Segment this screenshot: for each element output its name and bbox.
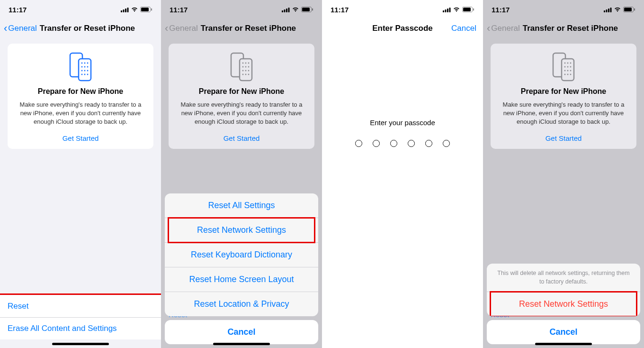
cancel-button[interactable]: Cancel xyxy=(487,320,640,344)
status-bar: 11:17 xyxy=(483,0,644,19)
svg-point-39 xyxy=(242,74,244,75)
svg-rect-48 xyxy=(473,9,474,11)
wifi-icon xyxy=(453,7,460,12)
get-started-button: Get Started xyxy=(497,134,630,142)
get-started-button[interactable]: Get Started xyxy=(14,134,147,142)
svg-point-64 xyxy=(564,70,566,72)
reset-home-screen-layout[interactable]: Reset Home Screen Layout xyxy=(165,267,318,292)
svg-rect-22 xyxy=(284,9,286,12)
svg-rect-26 xyxy=(302,8,310,11)
nav-bar: ‹ General Transfer or Reset iPhone xyxy=(161,19,322,38)
status-time: 11:17 xyxy=(492,6,510,14)
svg-point-9 xyxy=(81,63,83,64)
svg-point-33 xyxy=(242,66,244,68)
reset-location-privacy[interactable]: Reset Location & Privacy xyxy=(165,292,318,316)
svg-point-65 xyxy=(567,70,569,72)
svg-point-62 xyxy=(567,66,569,68)
svg-point-38 xyxy=(248,70,250,72)
card-description: Make sure everything's ready to transfer… xyxy=(14,101,147,127)
battery-icon xyxy=(623,7,635,12)
svg-rect-5 xyxy=(141,8,149,11)
reset-keyboard-dictionary[interactable]: Reset Keyboard Dictionary xyxy=(165,243,318,267)
battery-icon xyxy=(140,7,152,12)
erase-all-row[interactable]: Erase All Content and Settings xyxy=(0,318,161,339)
confirm-group: This will delete all network settings, r… xyxy=(487,264,640,316)
screen-2-reset-sheet: 11:17 ‹ General Transfer or Reset iPhone… xyxy=(161,0,322,348)
passcode-dot xyxy=(408,140,415,147)
svg-rect-29 xyxy=(240,59,252,81)
svg-rect-0 xyxy=(121,10,122,12)
status-indicators xyxy=(604,7,635,12)
svg-rect-57 xyxy=(562,59,574,81)
screen-1-transfer-reset: 11:17 ‹ General Transfer or Reset iPhone… xyxy=(0,0,161,348)
confirm-reset-network[interactable]: Reset Network Settings xyxy=(487,292,640,316)
home-indicator[interactable] xyxy=(213,343,270,345)
svg-rect-55 xyxy=(634,9,635,11)
svg-point-68 xyxy=(567,74,569,75)
wifi-icon xyxy=(131,7,138,12)
passcode-dot xyxy=(390,140,397,147)
status-time: 11:17 xyxy=(331,6,349,14)
cancel-button[interactable]: Cancel xyxy=(165,320,318,344)
reset-row[interactable]: Reset xyxy=(0,295,161,318)
svg-point-15 xyxy=(81,70,83,72)
svg-point-37 xyxy=(245,70,247,72)
svg-point-67 xyxy=(564,74,566,75)
card-title: Prepare for New iPhone xyxy=(14,87,147,96)
erase-label: Erase All Content and Settings xyxy=(8,324,117,333)
svg-point-13 xyxy=(84,66,86,68)
svg-point-17 xyxy=(87,70,89,72)
confirm-action-sheet: This will delete all network settings, r… xyxy=(487,264,640,344)
signal-icon xyxy=(443,7,451,12)
svg-point-40 xyxy=(245,74,247,75)
svg-rect-47 xyxy=(463,8,471,11)
svg-rect-54 xyxy=(624,8,632,11)
reset-all-settings[interactable]: Reset All Settings xyxy=(165,193,318,218)
svg-rect-24 xyxy=(288,8,290,12)
wifi-icon xyxy=(292,7,299,12)
confirm-description: This will delete all network settings, r… xyxy=(487,264,640,292)
nav-bar: Enter Passcode Cancel xyxy=(322,19,483,38)
reset-network-settings[interactable]: Reset Network Settings xyxy=(165,218,318,243)
back-label: General xyxy=(169,24,197,33)
nav-title: Transfer or Reset iPhone xyxy=(523,24,618,33)
wifi-icon xyxy=(614,7,621,12)
nav-title: Transfer or Reset iPhone xyxy=(40,24,135,33)
svg-point-58 xyxy=(564,63,566,64)
signal-icon xyxy=(604,7,612,12)
passcode-dot xyxy=(425,140,432,147)
svg-point-66 xyxy=(570,70,572,72)
passcode-dots xyxy=(322,140,483,147)
back-button[interactable]: ‹ General xyxy=(4,23,37,34)
home-indicator[interactable] xyxy=(52,343,109,345)
svg-rect-52 xyxy=(610,8,612,12)
svg-rect-8 xyxy=(79,59,91,81)
transfer-phones-icon xyxy=(14,52,147,82)
prepare-card-dimmed: Prepare for New iPhone Make sure everyth… xyxy=(169,44,314,149)
svg-point-36 xyxy=(242,70,244,72)
status-indicators xyxy=(282,7,313,12)
nav-bar: ‹ General Transfer or Reset iPhone xyxy=(483,19,644,38)
passcode-dot xyxy=(443,140,450,147)
signal-icon xyxy=(282,7,290,12)
svg-rect-42 xyxy=(443,10,444,12)
back-label: General xyxy=(491,24,519,33)
svg-point-19 xyxy=(84,74,86,75)
svg-point-59 xyxy=(567,63,569,64)
card-description: Make sure everything's ready to transfer… xyxy=(497,101,630,127)
transfer-phones-icon xyxy=(175,52,308,82)
bottom-options: Reset Erase All Content and Settings xyxy=(0,295,161,339)
svg-point-32 xyxy=(248,63,250,64)
nav-bar: ‹ General Transfer or Reset iPhone xyxy=(0,19,161,38)
svg-rect-49 xyxy=(604,10,605,12)
svg-point-41 xyxy=(248,74,250,75)
svg-point-10 xyxy=(84,63,86,64)
signal-icon xyxy=(121,7,129,12)
home-indicator[interactable] xyxy=(535,343,592,345)
status-bar: 11:17 xyxy=(0,0,161,19)
battery-icon xyxy=(301,7,313,12)
cancel-button[interactable]: Cancel xyxy=(451,24,476,33)
status-time: 11:17 xyxy=(170,6,188,14)
svg-rect-27 xyxy=(312,9,313,11)
passcode-dot xyxy=(373,140,380,147)
